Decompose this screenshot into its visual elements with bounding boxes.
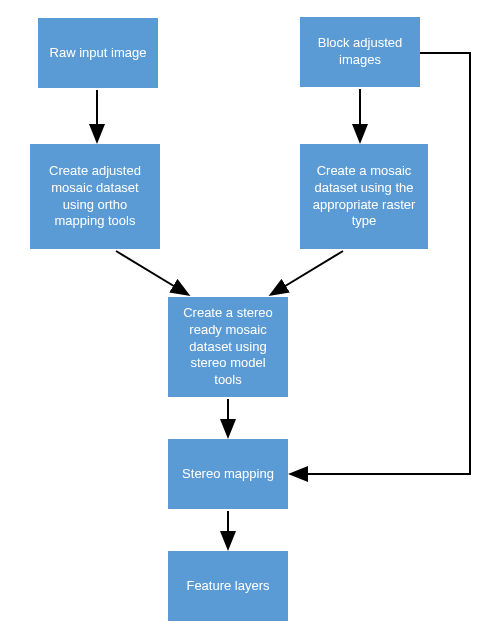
arrow-ortho-to-stereo — [116, 251, 187, 294]
node-feature-layers: Feature layers — [168, 551, 288, 621]
node-label: Create a stereo ready mosaic dataset usi… — [176, 305, 280, 389]
node-label: Create adjusted mosaic dataset using ort… — [38, 163, 152, 231]
node-raw-input-image: Raw input image — [38, 18, 158, 88]
node-create-mosaic-raster-type: Create a mosaic dataset using the approp… — [300, 144, 428, 249]
arrow-block-to-mapping — [292, 53, 470, 474]
node-create-adjusted-mosaic-ortho: Create adjusted mosaic dataset using ort… — [30, 144, 160, 249]
node-label: Raw input image — [50, 45, 147, 62]
node-label: Stereo mapping — [182, 466, 274, 483]
node-block-adjusted-images: Block adjusted images — [300, 17, 420, 87]
node-label: Block adjusted images — [308, 35, 412, 69]
arrow-mosaic-to-stereo — [272, 251, 343, 294]
node-label: Feature layers — [186, 578, 269, 595]
node-label: Create a mosaic dataset using the approp… — [308, 163, 420, 231]
node-create-stereo-ready-mosaic: Create a stereo ready mosaic dataset usi… — [168, 297, 288, 397]
node-stereo-mapping: Stereo mapping — [168, 439, 288, 509]
